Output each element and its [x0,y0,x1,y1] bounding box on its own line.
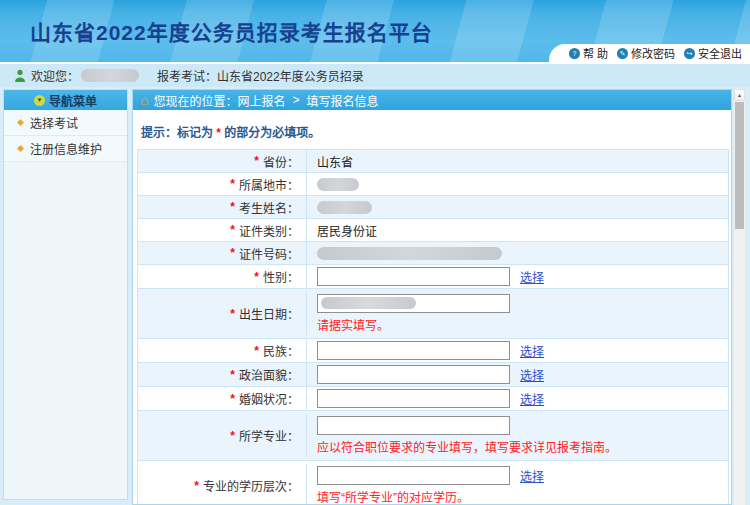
field-label-text: 所学专业： [239,427,299,444]
sidebar-item-label: 选择考试 [30,114,78,131]
field-input[interactable] [317,416,510,435]
required-star: * [230,200,235,214]
vertical-scrollbar[interactable]: ▲ [734,89,745,505]
redacted-value [321,297,416,309]
required-star: * [230,368,235,382]
field-label-text: 考生姓名： [239,199,299,216]
main-panel: ⌂ 您现在的位置： 网上报名 > 填写报名信息 提示：标记为 * 的部分为必填项… [132,89,732,505]
redacted-value [317,178,359,191]
form-row: *性别：选择 [138,265,728,289]
bullet-icon [17,145,24,152]
required-star: * [254,154,259,168]
main-column: ⌂ 您现在的位置： 网上报名 > 填写报名信息 提示：标记为 * 的部分为必填项… [132,89,745,505]
welcome-greeting: 欢迎您： [31,67,79,84]
select-link[interactable]: 选择 [520,467,544,484]
breadcrumb-current-page: 填写报名信息 [307,92,379,109]
scroll-up-arrow-icon[interactable]: ▲ [734,89,745,101]
field-value-cell: 选择填写“所学专业”的对应学历。 [306,464,728,505]
help-button-label: 帮 助 [583,45,608,61]
field-label-text: 证件类别： [239,222,299,239]
field-label: *所属地市： [138,173,306,195]
sidebar-item-select-exam[interactable]: 选择考试 [4,110,127,136]
field-label-text: 专业的学历层次： [203,477,299,494]
field-value-cell: 山东省 [306,150,728,172]
field-label: *省份： [138,150,306,172]
field-label-text: 所属地市： [239,176,299,193]
logout-label: 安全退出 [698,45,742,61]
field-label: *婚姻状况： [138,387,306,410]
required-star: * [230,177,235,191]
bullet-icon [17,119,24,126]
field-label-text: 婚姻状况： [239,390,299,407]
field-value-cell [306,173,728,195]
sidebar-title: 导航菜单 [49,92,97,109]
breadcrumb-prefix: 您现在的位置： [153,92,237,109]
redacted-value [317,201,372,214]
field-value-cell: 选择 [306,387,728,410]
redacted-username [81,69,139,82]
select-link[interactable]: 选择 [520,268,544,285]
field-value-text: 山东省 [317,153,724,170]
form-row: *所学专业：应以符合职位要求的专业填写，填写要求详见报考指南。 [138,411,728,461]
content-area: ▼ 导航菜单 选择考试 注册信息维护 ⌂ 您现在的位置： 网上报名 > 填写报名… [3,89,745,505]
form-row: *民族：选择 [138,339,728,363]
logout-button[interactable]: ↪ 安全退出 [684,45,742,61]
collapse-menu-icon[interactable]: ▼ [34,95,45,106]
field-value-cell: 应以符合职位要求的专业填写，填写要求详见报考指南。 [306,414,728,457]
field-label-text: 政治面貌： [239,366,299,383]
app-header: 山东省2022年度公务员招录考生报名平台 ? 帮 助 ✎ 修改密码 ↪ 安全退出 [0,0,750,62]
field-input[interactable] [317,341,510,360]
form-row: *婚姻状况：选择 [138,387,728,411]
select-link[interactable]: 选择 [520,342,544,359]
field-hint-text: 填写“所学专业”的对应学历。 [317,488,724,505]
required-star: * [194,479,199,493]
required-star: * [230,223,235,237]
field-value-cell: 选择 [306,265,728,288]
field-label: *考生姓名： [138,196,306,218]
field-label-text: 出生日期： [239,305,299,322]
form-row: *考生姓名： [138,196,728,219]
change-password-button[interactable]: ✎ 修改密码 [617,45,675,61]
field-input[interactable] [317,365,510,384]
scrollbar-thumb[interactable] [735,102,744,229]
required-star: * [230,392,235,406]
field-label-text: 性别： [263,268,299,285]
header-button-bar: ? 帮 助 ✎ 修改密码 ↪ 安全退出 [549,44,750,62]
field-value-cell: 选择 [306,363,728,386]
required-star: * [230,246,235,260]
sidebar-item-label: 注册信息维护 [30,140,102,157]
required-star: * [254,344,259,358]
field-label: *民族： [138,339,306,362]
form-row: *专业的学历层次：选择填写“所学专业”的对应学历。 [138,461,728,505]
exam-name-text: 报考考试：山东省2022年度公务员招录 [157,67,364,84]
notice-suffix: 的部分为必填项。 [221,126,320,140]
redacted-value [317,247,502,260]
logout-icon: ↪ [684,48,695,59]
select-link[interactable]: 选择 [520,390,544,407]
field-label: *性别： [138,265,306,288]
field-label: *出生日期： [138,292,306,335]
field-value-cell [306,242,728,264]
form-row: *政治面貌：选择 [138,363,728,387]
form-rows: *省份：山东省*所属地市：*考生姓名：*证件类别：居民身份证*证件号码：*性别：… [138,150,728,505]
help-button[interactable]: ? 帮 助 [569,45,608,61]
field-label: *专业的学历层次： [138,464,306,505]
form-row: *证件号码： [138,242,728,265]
form-row: *出生日期：请据实填写。 [138,289,728,339]
edit-password-icon: ✎ [617,48,628,59]
breadcrumb-separator: > [293,93,300,107]
breadcrumb-section[interactable]: 网上报名 [237,92,285,109]
user-icon [14,69,26,83]
field-input[interactable] [317,466,510,485]
field-input[interactable] [317,389,510,408]
registration-form: *省份：山东省*所属地市：*考生姓名：*证件类别：居民身份证*证件号码：*性别：… [137,149,729,505]
field-label: *证件号码： [138,242,306,264]
field-input[interactable] [317,267,510,286]
required-star: * [254,270,259,284]
page-title: 山东省2022年度公务员招录考生报名平台 [30,16,433,46]
select-link[interactable]: 选择 [520,366,544,383]
sidebar-item-registration-info[interactable]: 注册信息维护 [4,136,127,162]
welcome-bar: 欢迎您： 报考考试：山东省2022年度公务员招录 [0,62,750,87]
required-fields-notice: 提示：标记为 * 的部分为必填项。 [141,123,731,140]
breadcrumb: ⌂ 您现在的位置： 网上报名 > 填写报名信息 [133,90,731,110]
